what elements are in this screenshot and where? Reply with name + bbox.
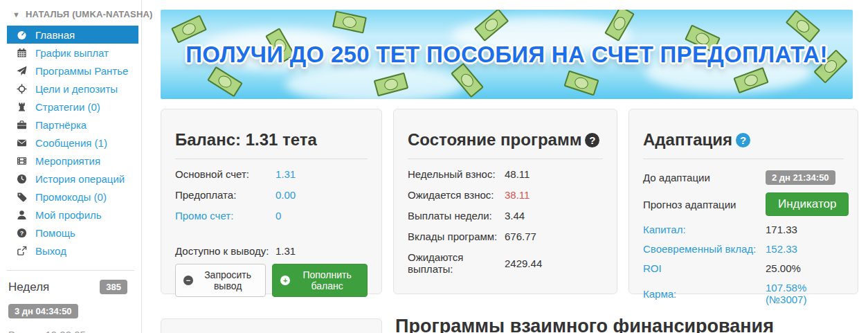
promo-account-value[interactable]: 0 [275, 210, 281, 222]
programs-row-weekly-fee: Недельный взнос: 48.11 [408, 168, 603, 180]
request-withdraw-button[interactable]: − Запросить вывод [175, 264, 266, 297]
dashboard-icon [15, 30, 28, 40]
sidebar-item-label: Помощь [35, 227, 75, 239]
sidebar-item-strategies[interactable]: Стратегии (0) [7, 98, 138, 116]
main-account-value[interactable]: 1.31 [275, 168, 296, 180]
main-content: ПОЛУЧИ ДО 250 ТЕТ ПОСОБИЯ НА СЧЕТ ПРЕДОП… [143, 0, 868, 333]
user-menu[interactable]: ▼ НАТАЛЬЯ (UMKA-NATASHA) [0, 7, 141, 26]
adaptation-countdown-badge: 2 дн 21:34:50 [766, 170, 835, 185]
promo-banner[interactable]: ПОЛУЧИ ДО 250 ТЕТ ПОСОБИЯ НА СЧЕТ ПРЕДОП… [161, 10, 853, 99]
help-circle-icon[interactable]: ? [585, 133, 599, 147]
caret-down-icon: ▼ [12, 10, 20, 19]
sidebar-item-messages[interactable]: Сообщения (1) [7, 134, 138, 152]
topup-balance-button[interactable]: + Пополнить баланс [272, 264, 368, 297]
balance-row-withdrawable: Доступно к выводу: 1.31 [175, 245, 368, 257]
film-icon [15, 156, 28, 166]
bottom-panel-partial [161, 318, 382, 333]
adaptation-row-roi: ROI 25.00% [643, 262, 844, 274]
expected-payouts-value: 2429.44 [505, 258, 542, 269]
user-name: НАТАЛЬЯ (UMKA-NATASHA) [26, 9, 153, 19]
sidebar-item-help[interactable]: ? Помощь [7, 224, 138, 242]
sidebar-item-partnership[interactable]: Партнёрка [7, 116, 138, 134]
programs-state-panel: Состояние программ? Недельный взнос: 48.… [393, 109, 617, 294]
timely-deposit-value[interactable]: 152.33 [766, 243, 797, 255]
minus-circle-icon: − [183, 276, 193, 285]
svg-text:?: ? [19, 229, 23, 236]
program-deposits-value: 676.77 [505, 231, 536, 242]
banner-title: ПОЛУЧИ ДО 250 ТЕТ ПОСОБИЯ НА СЧЕТ ПРЕДОП… [161, 42, 853, 68]
programs-state-title: Состояние программ? [408, 130, 603, 159]
chess-rook-icon [15, 102, 28, 112]
row-label: Доступно к выводу: [175, 245, 275, 257]
tag-icon [15, 192, 28, 202]
paper-plane-icon [15, 66, 28, 76]
karma-value[interactable]: 107.58% (№3007) [766, 282, 844, 305]
sidebar-item-label: Сообщения (1) [35, 137, 107, 149]
sidebar-item-logout[interactable]: Выход [7, 242, 138, 260]
promo-account-link[interactable]: Промо счет: [175, 210, 275, 222]
sign-out-icon [15, 246, 28, 256]
week-number-badge: 385 [100, 280, 127, 294]
row-label: Предоплата: [175, 189, 275, 201]
programs-row-expected-fee: Ожидается взнос: 38.11 [408, 189, 603, 201]
balance-row-main: Основной счет: 1.31 [175, 168, 368, 180]
row-label: Ожидается взнос: [408, 189, 505, 201]
programs-row-deposits: Вклады программ: 676.77 [408, 231, 603, 242]
money-bill-decoration [332, 10, 367, 33]
row-label: Выплаты недели: [408, 210, 505, 222]
sidebar: ▼ НАТАЛЬЯ (UMKA-NATASHA) Главная График … [0, 0, 142, 333]
sidebar-item-label: Промокоды (0) [35, 191, 107, 203]
topup-balance-label: Пополнить баланс [295, 269, 359, 291]
programs-state-title-text: Состояние программ [408, 130, 581, 149]
sidebar-item-history[interactable]: История операций [7, 170, 138, 188]
adaptation-row-capital: Капитал: 171.33 [643, 224, 844, 235]
help-circle-icon[interactable]: ? [736, 133, 750, 147]
prepay-value[interactable]: 0.00 [275, 189, 296, 201]
user-icon [15, 210, 28, 220]
adaptation-row-timely-deposit: Своевременный вклад: 152.33 [643, 243, 844, 255]
server-time: Время: 19:23:05 [8, 329, 141, 333]
weekly-fee-value: 48.11 [505, 168, 530, 180]
money-bill-decoration [171, 15, 207, 43]
sidebar-item-label: Цели и депозиты [35, 83, 118, 95]
adaptation-row-forecast: Прогноз адаптации Индикатор [643, 192, 844, 216]
roi-link[interactable]: ROI [643, 262, 766, 274]
indicator-button[interactable]: Индикатор [766, 192, 849, 216]
sidebar-item-events[interactable]: Мероприятия [7, 152, 138, 170]
money-bill-decoration [563, 70, 599, 96]
sidebar-item-goals-deposits[interactable]: Цели и депозиты [7, 80, 138, 98]
sidebar-item-rentier-programs[interactable]: Программы Рантье [7, 62, 138, 80]
programs-row-week-payouts: Выплаты недели: 3.44 [408, 210, 603, 222]
row-label: До адаптации [643, 172, 766, 183]
sidebar-item-home[interactable]: Главная [7, 26, 138, 44]
sidebar-item-label: Выход [35, 245, 66, 257]
sidebar-item-label: Мероприятия [35, 155, 100, 167]
crosshair-icon [15, 84, 28, 94]
sidebar-item-label: Главная [35, 29, 75, 41]
week-row: Неделя 385 [8, 280, 127, 294]
money-bill-decoration [207, 66, 243, 98]
balance-panel: Баланс: 1.31 тета Основной счет: 1.31 Пр… [161, 109, 382, 294]
capital-link[interactable]: Капитал: [643, 224, 766, 235]
clock-icon [15, 174, 28, 184]
envelope-icon [15, 138, 28, 148]
money-bill-decoration [786, 10, 821, 43]
calendar-icon [15, 48, 28, 58]
week-label: Неделя [8, 280, 49, 294]
timely-deposit-link[interactable]: Своевременный вклад: [643, 243, 766, 255]
adaptation-row-karma: Карма: 107.58% (№3007) [643, 282, 844, 305]
sidebar-item-payout-schedule[interactable]: График выплат [7, 44, 138, 62]
sidebar-item-label: График выплат [35, 47, 109, 59]
sidebar-item-profile[interactable]: Мой профиль [7, 206, 138, 224]
sidebar-divider [7, 270, 134, 271]
balance-title: Баланс: 1.31 тета [175, 130, 368, 159]
sidebar-menu: Главная График выплат Программы Рантье Ц… [7, 26, 138, 260]
sidebar-item-label: Стратегии (0) [35, 101, 100, 113]
karma-link[interactable]: Карма: [643, 288, 766, 300]
row-label: Прогноз адаптации [643, 199, 766, 210]
adaptation-title-text: Адаптация [643, 130, 732, 149]
briefcase-icon [15, 120, 28, 130]
sidebar-item-promocodes[interactable]: Промокоды (0) [7, 188, 138, 206]
sidebar-item-label: История операций [35, 173, 125, 185]
sidebar-item-label: Мой профиль [35, 209, 102, 221]
